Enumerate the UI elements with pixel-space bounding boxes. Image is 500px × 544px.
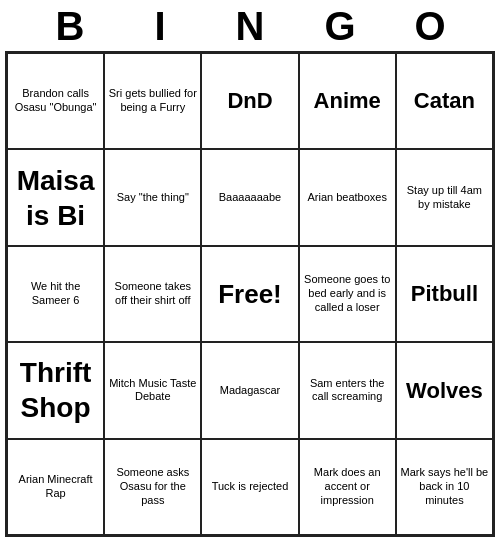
bingo-cell-r2-c0: We hit the Sameer 6: [7, 246, 104, 342]
bingo-cell-r2-c1: Someone takes off their shirt off: [104, 246, 201, 342]
bingo-cell-r3-c3: Sam enters the call screaming: [299, 342, 396, 438]
bingo-cell-r3-c4: Wolves: [396, 342, 493, 438]
bingo-cell-r1-c1: Say "the thing": [104, 149, 201, 245]
bingo-letter-o: O: [385, 4, 475, 49]
bingo-cell-r4-c2: Tuck is rejected: [201, 439, 298, 535]
bingo-grid: Brandon calls Osasu "Obunga"Sri gets bul…: [5, 51, 495, 537]
bingo-cell-r4-c3: Mark does an accent or impression: [299, 439, 396, 535]
bingo-cell-r0-c0: Brandon calls Osasu "Obunga": [7, 53, 104, 149]
bingo-cell-r1-c3: Arian beatboxes: [299, 149, 396, 245]
bingo-cell-r2-c3: Someone goes to bed early and is called …: [299, 246, 396, 342]
bingo-cell-r1-c4: Stay up till 4am by mistake: [396, 149, 493, 245]
bingo-cell-r0-c1: Sri gets bullied for being a Furry: [104, 53, 201, 149]
bingo-cell-r3-c0: Thrift Shop: [7, 342, 104, 438]
bingo-cell-r0-c2: DnD: [201, 53, 298, 149]
bingo-cell-r4-c0: Arian Minecraft Rap: [7, 439, 104, 535]
bingo-letter-g: G: [295, 4, 385, 49]
bingo-cell-r3-c1: Mitch Music Taste Debate: [104, 342, 201, 438]
bingo-cell-r0-c4: Catan: [396, 53, 493, 149]
bingo-cell-r0-c3: Anime: [299, 53, 396, 149]
bingo-cell-r1-c0: Maisa is Bi: [7, 149, 104, 245]
bingo-letter-b: B: [25, 4, 115, 49]
bingo-letter-n: N: [205, 4, 295, 49]
bingo-header: BINGO: [5, 0, 495, 51]
bingo-letter-i: I: [115, 4, 205, 49]
bingo-cell-r3-c2: Madagascar: [201, 342, 298, 438]
bingo-cell-r1-c2: Baaaaaaabe: [201, 149, 298, 245]
bingo-cell-r4-c4: Mark says he'll be back in 10 minutes: [396, 439, 493, 535]
bingo-cell-r2-c2: Free!: [201, 246, 298, 342]
bingo-cell-r4-c1: Someone asks Osasu for the pass: [104, 439, 201, 535]
bingo-cell-r2-c4: Pitbull: [396, 246, 493, 342]
